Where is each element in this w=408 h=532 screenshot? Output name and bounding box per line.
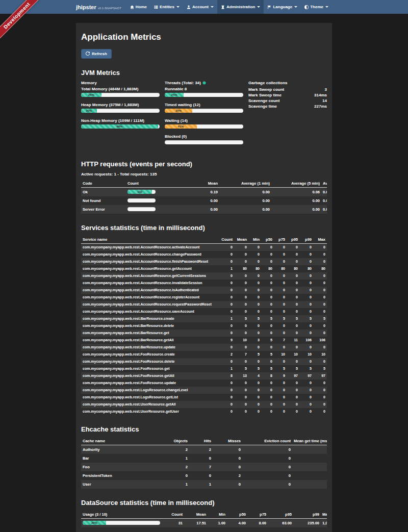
gc-row: Mark Sweep count 3 bbox=[248, 87, 327, 92]
metric-value-cell: 0 bbox=[287, 243, 299, 251]
metric-value-cell: 2 bbox=[213, 471, 242, 480]
nav-item: Administration bbox=[217, 0, 264, 14]
metric-bar: Non-Heap Memory (109M / 111M) 98% bbox=[81, 118, 160, 129]
table-row: com.mycompany.myapp.web.rest.FooResource… bbox=[81, 379, 327, 387]
metric-value-cell: 0 bbox=[313, 358, 327, 365]
table-row: com.mycompany.myapp.web.rest.AccountReso… bbox=[81, 265, 327, 272]
metric-value-cell: 5 bbox=[313, 315, 327, 322]
metric-value-cell: 0 bbox=[274, 344, 287, 351]
metric-value-cell: 0 bbox=[220, 272, 234, 280]
column-header: p99 bbox=[299, 236, 313, 244]
service-name-cell: com.mycompany.myapp.web.rest.BarResource… bbox=[81, 315, 220, 322]
table-row: Ok1320.190.000.060.07 bbox=[81, 187, 327, 196]
nav-item-account[interactable]: Account bbox=[183, 0, 217, 14]
service-name-cell: com.mycompany.myapp.web.rest.LogsResourc… bbox=[81, 387, 220, 394]
column-header: Code bbox=[81, 180, 126, 188]
nav-item-administration[interactable]: Administration bbox=[217, 0, 264, 14]
refresh-icon bbox=[86, 52, 90, 56]
metric-value-cell: 0 bbox=[242, 445, 292, 454]
http-requests-table: CodeCountMeanAverage (1 min)Average (5 m… bbox=[81, 180, 327, 214]
jvm-metrics-heading: JVM Metrics bbox=[81, 69, 327, 77]
metric-value-cell: 13 bbox=[234, 372, 248, 379]
metric-value-cell: 0 bbox=[234, 322, 248, 330]
table-row: Bar1000 bbox=[81, 454, 327, 463]
metric-value-cell: 0 bbox=[220, 322, 234, 330]
service-name-cell: com.mycompany.myapp.web.rest.BarResource… bbox=[81, 322, 220, 330]
nav-item-language[interactable]: Language bbox=[264, 0, 301, 14]
nav-item-home[interactable]: Home bbox=[126, 0, 150, 14]
metric-value-cell: 0.07 bbox=[321, 187, 327, 196]
metric-bar-label: Timed waiting (12) bbox=[165, 103, 243, 107]
nav-item-theme[interactable]: Theme bbox=[301, 0, 332, 14]
column-header: p75 bbox=[274, 236, 287, 244]
table-row: User1100 bbox=[81, 480, 327, 489]
metric-value-cell: 1 bbox=[220, 315, 234, 322]
ehcache-statistics-heading: Ehcache statistics bbox=[81, 425, 327, 433]
nav-item-entities[interactable]: Entities bbox=[150, 0, 183, 14]
jvm-metrics: Memory Total Memory (484M / 1,883M) 26% … bbox=[81, 81, 327, 150]
thread-dump-icon[interactable] bbox=[202, 81, 206, 85]
progress-value: 41% bbox=[178, 125, 184, 128]
metric-value-cell: 5 bbox=[287, 365, 299, 372]
metric-value-cell: 4.00 bbox=[227, 518, 247, 527]
metric-value-cell: 0 bbox=[274, 408, 287, 415]
metric-bar: Blocked (0) bbox=[165, 134, 243, 144]
metric-value-cell: Not found bbox=[81, 196, 126, 205]
metric-value-cell: 0 bbox=[274, 322, 287, 330]
metric-value-cell: 80 bbox=[261, 265, 274, 272]
table-row: com.mycompany.myapp.web.rest.BarResource… bbox=[81, 337, 327, 344]
metric-value-cell: 0 bbox=[313, 294, 327, 301]
progress-fill: 132 bbox=[128, 190, 152, 194]
metric-bar-label: Blocked (0) bbox=[165, 134, 243, 139]
metric-value-cell: 0.00 bbox=[174, 196, 219, 205]
metric-value-cell: 106 bbox=[313, 337, 327, 344]
metric-value-cell: 0 bbox=[248, 408, 261, 415]
caret-down-icon bbox=[257, 6, 260, 8]
metric-value-cell: 0 bbox=[261, 251, 274, 258]
metric-value-cell: 0 bbox=[261, 272, 274, 280]
progress-track: 35% bbox=[165, 109, 243, 113]
metric-value-cell: 0 bbox=[287, 294, 299, 301]
metric-value-cell: 0 bbox=[261, 379, 274, 387]
brand-link[interactable]: jhipster v0.1-SNAPSHOT bbox=[76, 4, 121, 10]
table-row: com.mycompany.myapp.web.rest.BarResource… bbox=[81, 344, 327, 351]
progress-track: 24% bbox=[165, 93, 243, 97]
metric-value-cell: 0 bbox=[299, 387, 313, 394]
metric-value-cell: 0 bbox=[287, 344, 299, 351]
services-statistics-table: Service nameCountMeanMinp50p75p95p99Max … bbox=[81, 236, 327, 415]
count-bar-cell bbox=[126, 196, 174, 205]
metric-value-cell: 0 bbox=[287, 301, 299, 308]
metric-value-cell: 0 bbox=[261, 330, 274, 337]
metric-bar-label: Heap Memory (375M / 1,883M) bbox=[81, 103, 160, 107]
refresh-label: Refresh bbox=[92, 52, 107, 56]
column-header: Min bbox=[208, 511, 227, 519]
metric-value-cell: 0.00 bbox=[271, 196, 321, 205]
refresh-button[interactable]: Refresh bbox=[81, 49, 112, 59]
metric-value-cell: 4 bbox=[248, 372, 261, 379]
metric-value-cell: 0 bbox=[261, 308, 274, 315]
cache-name-cell: Foo bbox=[81, 463, 158, 471]
metric-value-cell: 1 bbox=[220, 365, 234, 372]
metric-value-cell: 0 bbox=[299, 344, 313, 351]
metric-value-cell: 0 bbox=[313, 408, 327, 415]
metric-value-cell: 0 bbox=[313, 251, 327, 258]
metric-value-cell: 7 bbox=[189, 463, 213, 471]
metric-value-cell: 9 bbox=[220, 337, 234, 344]
metric-value-cell: 5 bbox=[234, 365, 248, 372]
metric-value-cell: 0 bbox=[313, 387, 327, 394]
service-name-cell: com.mycompany.myapp.web.rest.AccountReso… bbox=[81, 251, 220, 258]
table-row: Foo2700 bbox=[81, 463, 327, 471]
table-row: com.mycompany.myapp.web.rest.LogsResourc… bbox=[81, 394, 327, 401]
metric-value-cell: 0 bbox=[248, 272, 261, 280]
metric-value-cell: Server Error bbox=[81, 205, 126, 214]
metric-value-cell: 5 bbox=[274, 315, 287, 322]
metric-value-cell: 0 bbox=[248, 280, 261, 287]
service-name-cell: com.mycompany.myapp.web.rest.AccountReso… bbox=[81, 265, 220, 272]
metric-bar-label: Runnable 8 bbox=[165, 87, 243, 91]
page-title: Application Metrics bbox=[81, 32, 327, 42]
memory-column: Memory Total Memory (484M / 1,883M) 26% … bbox=[81, 81, 160, 150]
metric-value-cell: 0 bbox=[299, 294, 313, 301]
column-header: Max bbox=[321, 511, 327, 519]
metric-value-cell: 0 bbox=[313, 287, 327, 294]
metric-value-cell: 0 bbox=[261, 387, 274, 394]
